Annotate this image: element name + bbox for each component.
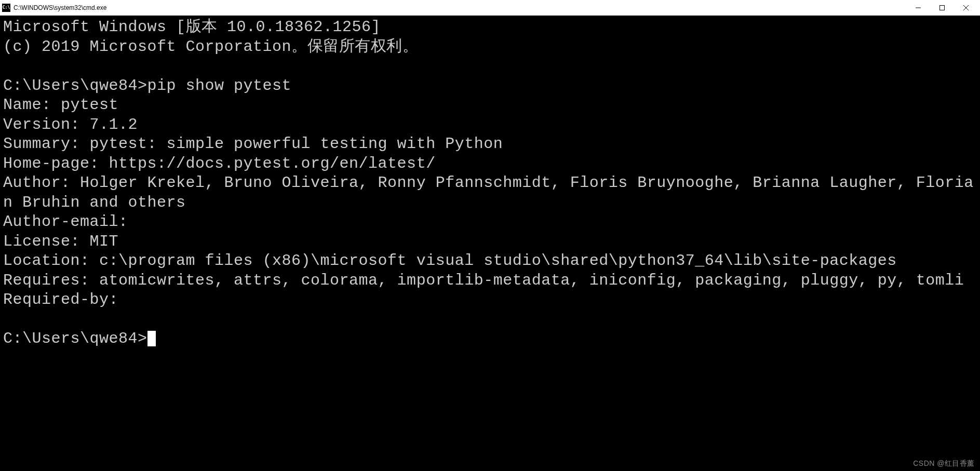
terminal-prompt-line: C:\Users\qwe84>pip show pytest (3, 77, 291, 95)
maximize-button[interactable] (930, 0, 954, 15)
watermark: CSDN @红目香薰 (913, 459, 975, 468)
terminal-line: Home-page: https://docs.pytest.org/en/la… (3, 155, 436, 172)
minimize-icon (916, 5, 921, 10)
terminal-line: Author-email: (3, 213, 128, 231)
terminal-line: (c) 2019 Microsoft Corporation。保留所有权利。 (3, 38, 418, 56)
terminal-line: Author: Holger Krekel, Bruno Oliveira, R… (3, 174, 974, 211)
close-icon (963, 5, 969, 10)
svg-rect-1 (940, 5, 945, 10)
terminal-cursor (147, 331, 156, 346)
terminal-line: Summary: pytest: simple powerful testing… (3, 135, 503, 153)
terminal-output[interactable]: Microsoft Windows [版本 10.0.18362.1256] (… (0, 16, 980, 471)
window-titlebar: C:\ C:\WINDOWS\system32\cmd.exe (0, 0, 980, 16)
terminal-line: Location: c:\program files (x86)\microso… (3, 252, 897, 270)
close-button[interactable] (954, 0, 978, 15)
maximize-icon (939, 5, 945, 10)
minimize-button[interactable] (906, 0, 930, 15)
terminal-line: License: MIT (3, 233, 118, 250)
terminal-line: Name: pytest (3, 96, 118, 114)
terminal-line: Requires: atomicwrites, attrs, colorama,… (3, 272, 964, 289)
terminal-line: Required-by: (3, 291, 118, 308)
terminal-prompt: C:\Users\qwe84> (3, 330, 147, 347)
terminal-line: Version: 7.1.2 (3, 116, 138, 133)
terminal-line: Microsoft Windows [版本 10.0.18362.1256] (3, 18, 381, 36)
window-controls (906, 0, 978, 15)
cmd-icon: C:\ (2, 4, 10, 12)
window-title: C:\WINDOWS\system32\cmd.exe (14, 4, 906, 11)
